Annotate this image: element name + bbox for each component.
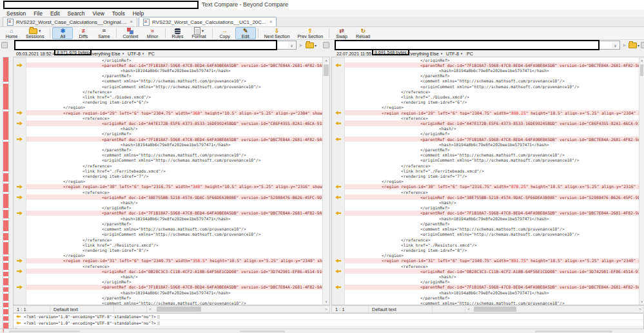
copy-section-arrow-icon[interactable] bbox=[335, 258, 341, 263]
code-line[interactable]: <hash>18194a8b6c79e8fe202bee1be5797471</… bbox=[332, 216, 639, 221]
code-line[interactable]: <originComment xmlns="http://schemas.mat… bbox=[332, 232, 639, 237]
right-open-folder-button[interactable]: ▾ bbox=[629, 41, 639, 49]
copy-button[interactable]: →Copy bbox=[215, 27, 235, 39]
code-line[interactable]: </originRef> bbox=[14, 205, 322, 211]
code-line[interactable]: <reference> bbox=[332, 263, 639, 269]
scrollbar-thumb[interactable] bbox=[157, 307, 200, 312]
code-line[interactable]: </parentRef> bbox=[332, 73, 639, 79]
copy-section-arrow-icon[interactable] bbox=[335, 137, 341, 142]
code-line[interactable]: <parentRef doc-id="7F1B18A7-5968-47C8-8E… bbox=[332, 62, 639, 68]
code-line[interactable]: <originRef doc-id="A47E172B-E5F6-4373-85… bbox=[332, 120, 639, 126]
code-line[interactable]: </originRef> bbox=[332, 57, 639, 62]
code-line[interactable]: <hash>18194a8b6c79e8fe202bee1be5797471</… bbox=[332, 142, 639, 147]
copy-section-arrow-icon[interactable] bbox=[17, 195, 23, 200]
right-browse-arrow-icon[interactable]: ➤ bbox=[622, 41, 627, 49]
detail-line[interactable]: <?xml·version="1.0"·encoding="UTF-8"·sta… bbox=[14, 320, 643, 327]
code-line[interactable]: <originRef doc-id="38E755BB-5218-457A-9D… bbox=[14, 195, 322, 200]
code-line[interactable]: <link href="./Diodes.xmcd"/> bbox=[14, 94, 322, 99]
session-tab-1[interactable]: RVS232_Worst_Case_Calculations__Original… bbox=[3, 17, 137, 26]
left-open-folder-button[interactable]: ▾ bbox=[306, 41, 317, 49]
menu-edit[interactable]: Edit bbox=[46, 10, 64, 17]
code-line[interactable]: <rendering item-idref="6"/> bbox=[332, 100, 639, 105]
code-line[interactable]: </originRef> bbox=[332, 280, 639, 285]
right-code-area[interactable]: </originRef><parentRef doc-id="7F1B18A7-… bbox=[332, 57, 639, 305]
diffs-button[interactable]: ≠Diffs bbox=[73, 27, 93, 39]
code-line[interactable]: <region region-id="30" left="6" top="231… bbox=[14, 184, 322, 189]
save-button-clipped[interactable] bbox=[641, 42, 644, 48]
code-line[interactable]: </parentRef> bbox=[14, 147, 322, 152]
code-line[interactable]: <reference> bbox=[332, 189, 639, 195]
home-button[interactable]: ⌂Home bbox=[1, 27, 22, 39]
format-button[interactable]: ▾Format bbox=[188, 27, 210, 39]
code-line[interactable]: <originComment xmlns="http://schemas.mat… bbox=[14, 84, 322, 89]
swap-button[interactable]: ⇄Swap bbox=[331, 27, 352, 39]
menu-session[interactable]: Session bbox=[3, 10, 30, 17]
code-line[interactable]: <originRef doc-id="0B28C3C3-C11B-4CF2-A1… bbox=[332, 269, 639, 274]
code-line[interactable]: </reference> bbox=[332, 237, 639, 242]
code-line[interactable]: <hash/> bbox=[332, 274, 639, 279]
code-line[interactable]: </region> bbox=[14, 253, 322, 258]
code-line[interactable]: </reference> bbox=[332, 163, 639, 168]
code-line[interactable]: <region region-id="29" left="6" top="230… bbox=[332, 110, 639, 115]
copy-section-arrow-icon[interactable] bbox=[335, 269, 341, 274]
copy-section-arrow-icon[interactable] bbox=[335, 211, 341, 215]
code-line[interactable]: <hash/> bbox=[14, 126, 322, 131]
code-line[interactable]: <originComment xmlns="http://schemas.mat… bbox=[332, 158, 639, 163]
code-line[interactable]: </originRef> bbox=[332, 131, 639, 137]
code-line[interactable]: <reference> bbox=[332, 115, 639, 120]
code-line[interactable]: </reference> bbox=[14, 163, 322, 168]
code-line[interactable]: <rendering item-idref="6"/> bbox=[14, 100, 322, 105]
all-button[interactable]: ✱All bbox=[52, 27, 73, 39]
left-format-dropdown[interactable]: Everything Else▾ bbox=[89, 50, 124, 57]
code-line[interactable]: </parentRef> bbox=[14, 73, 322, 79]
combo-dropdown-icon[interactable]: ∨ bbox=[612, 42, 619, 48]
code-line[interactable]: <parentRef doc-id="7F1B18A7-5968-47C8-8E… bbox=[332, 285, 639, 290]
scroll-right-icon[interactable]: > bbox=[323, 306, 329, 312]
code-line[interactable]: <hash>18194a8b6c79e8fe202bee1be5797471</… bbox=[14, 216, 322, 221]
code-line[interactable]: <originComment xmlns="http://schemas.mat… bbox=[14, 158, 322, 163]
reload-button[interactable]: ↻Reload bbox=[352, 27, 374, 39]
code-line[interactable]: <link href="./Resistors.xmcd"/> bbox=[332, 242, 639, 247]
code-line[interactable]: <hash/> bbox=[14, 200, 322, 205]
file-diff-map[interactable] bbox=[3, 57, 9, 328]
copy-section-arrow-icon[interactable] bbox=[17, 184, 23, 189]
menu-search[interactable]: Search bbox=[64, 10, 89, 17]
rules-button[interactable]: Rules bbox=[168, 27, 188, 39]
copy-section-arrow-icon[interactable] bbox=[17, 111, 23, 115]
code-line[interactable]: </reference> bbox=[14, 237, 322, 242]
context-button[interactable]: Context bbox=[119, 27, 142, 39]
code-line[interactable]: <parentRef doc-id="7F1B18A7-5968-47C8-8E… bbox=[332, 137, 639, 142]
copy-section-arrow-icon[interactable] bbox=[17, 63, 23, 68]
menu-file[interactable]: File bbox=[30, 10, 46, 17]
code-line[interactable]: <comment xmlns="http://schemas.mathsoft.… bbox=[332, 79, 639, 84]
copy-section-arrow-icon[interactable] bbox=[335, 285, 341, 289]
code-line[interactable]: <rendering item-idref="7"/> bbox=[332, 173, 639, 178]
code-line[interactable]: </originRef> bbox=[14, 280, 322, 285]
code-line[interactable]: </originRef> bbox=[332, 205, 639, 211]
code-line[interactable]: <originRef doc-id="38E755BB-5218-457A-9D… bbox=[332, 195, 639, 200]
code-line[interactable]: <hash/> bbox=[332, 126, 639, 131]
session-tab-2[interactable]: RVS232_Worst_Case_Calculations__UC1_20C.… bbox=[139, 17, 277, 26]
code-line[interactable]: <link href="./Diodes.xmcd"/> bbox=[332, 94, 639, 99]
code-line[interactable]: <parentRef doc-id="7F1B18A7-5968-47C8-8E… bbox=[14, 285, 322, 290]
code-line[interactable]: </parentRef> bbox=[332, 147, 639, 152]
code-line[interactable]: <comment xmlns="http://schemas.mathsoft.… bbox=[14, 227, 322, 232]
code-line[interactable]: </reference> bbox=[14, 89, 322, 94]
code-line[interactable]: </originRef> bbox=[14, 131, 322, 137]
code-line[interactable]: <rendering item-idref="7"/> bbox=[14, 173, 322, 178]
minor-button[interactable]: ≈Minor bbox=[142, 27, 163, 39]
same-button[interactable]: =Same bbox=[93, 27, 114, 39]
scrollbar-thumb[interactable] bbox=[640, 64, 643, 76]
code-line[interactable]: <originRef doc-id="0B28C3C3-C11B-4CF2-A1… bbox=[14, 269, 322, 274]
code-line[interactable]: <comment xmlns="http://schemas.mathsoft.… bbox=[332, 227, 639, 232]
code-line[interactable]: <parentRef doc-id="7F1B18A7-5968-47C8-8E… bbox=[14, 62, 322, 68]
menu-tools[interactable]: Tools bbox=[108, 10, 129, 17]
copy-section-arrow-icon[interactable] bbox=[17, 285, 23, 289]
code-line[interactable]: <hash>18194a8b6c79e8fe202bee1be5797471</… bbox=[14, 68, 322, 73]
left-code-area[interactable]: </originRef><parentRef doc-id="7F1B18A7-… bbox=[14, 57, 322, 305]
copy-section-arrow-icon[interactable] bbox=[17, 137, 23, 142]
code-line[interactable]: <comment xmlns="http://schemas.mathsoft.… bbox=[332, 153, 639, 158]
left-pane-button[interactable] bbox=[1, 42, 8, 48]
copy-section-arrow-icon[interactable] bbox=[17, 121, 23, 126]
copy-section-arrow-icon[interactable] bbox=[17, 258, 23, 263]
